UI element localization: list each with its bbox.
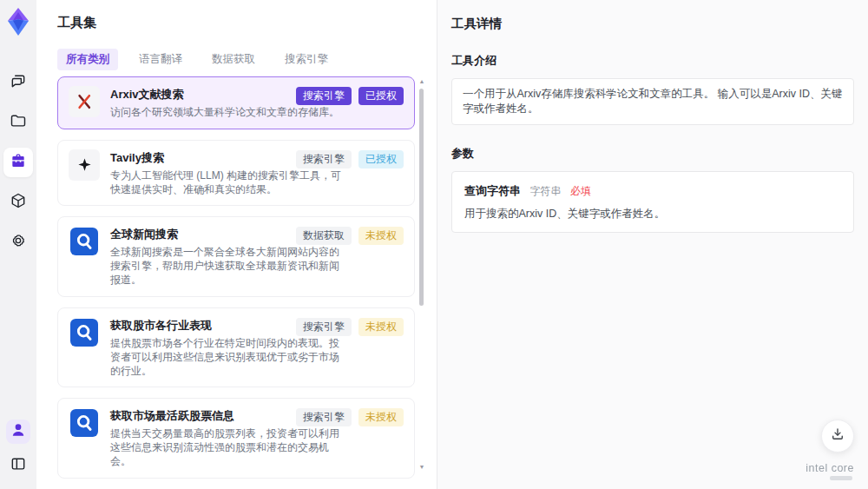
tool-intro-text: 一个用于从Arxiv存储库搜索科学论文和文章的工具。 输入可以是Arxiv ID… [451, 78, 854, 125]
tool-list-item[interactable]: 获取股市各行业表现 提供股票市场各个行业在特定时间段内的表现。投资者可以利用这些… [57, 307, 415, 387]
cube-icon [10, 192, 27, 213]
tool-status-badge: 未授权 [358, 408, 404, 426]
scrollbar-thumb[interactable] [419, 89, 424, 306]
tool-description: 提供当天交易量最高的股票列表，投资者可以利用这些信息来识别流动性强的股票和潜在的… [110, 427, 343, 468]
collapse-panel-icon [10, 455, 27, 476]
tool-list-item[interactable]: Arxiv文献搜索 访问各个研究领域大量科学论文和文章的存储库。 搜索引擎 已授… [57, 76, 415, 129]
tool-icon [69, 407, 100, 439]
tab-all-categories[interactable]: 所有类别 [57, 49, 118, 70]
intro-heading: 工具介绍 [451, 53, 854, 69]
tool-category-badge: 数据获取 [296, 227, 352, 245]
list-scrollbar[interactable]: ▲ ▼ [418, 76, 425, 478]
sidebar-nav [3, 68, 33, 257]
sidebar-item-settings[interactable] [3, 228, 33, 257]
tool-icon [69, 317, 100, 348]
tool-status-badge: 已授权 [358, 150, 404, 169]
tool-list-item[interactable]: 获取市场最活跃股票信息 提供当天交易量最高的股票列表，投资者可以利用这些信息来识… [57, 398, 415, 478]
detail-title: 工具详情 [451, 16, 854, 32]
page-title: 工具集 [57, 15, 96, 31]
gear-icon [10, 232, 27, 253]
tool-status-badge: 已授权 [358, 87, 404, 105]
tool-badges: 搜索引擎 未授权 [296, 318, 404, 336]
tool-badges: 搜索引擎 已授权 [296, 87, 404, 105]
user-icon [10, 421, 27, 442]
tool-list: Arxiv文献搜索 访问各个研究领域大量科学论文和文章的存储库。 搜索引擎 已授… [57, 76, 415, 489]
parameter-card: 查询字符串 字符串 必填 用于搜索的Arxiv ID、关键字或作者姓名。 [451, 171, 854, 233]
tool-category-badge: 搜索引擎 [296, 408, 352, 426]
brand-mark: intel core [806, 462, 854, 480]
parameter-header: 查询字符串 字符串 必填 [464, 182, 841, 199]
scroll-up-arrow-icon[interactable]: ▲ [418, 78, 425, 85]
collapse-sidebar-button[interactable] [3, 451, 33, 480]
sidebar-bottom [3, 420, 33, 480]
scroll-down-arrow-icon[interactable]: ▼ [418, 464, 425, 471]
tool-detail-panel: 工具详情 工具介绍 一个用于从Arxiv存储库搜索科学论文和文章的工具。 输入可… [437, 0, 868, 489]
tool-description: 提供股票市场各个行业在特定时间段内的表现。投资者可以利用这些信息来识别表现优于或… [110, 337, 343, 378]
tool-status-badge: 未授权 [358, 227, 404, 245]
left-sidebar [0, 0, 36, 489]
sidebar-item-models[interactable] [3, 188, 33, 217]
tool-list-panel: 工具集 所有类别 语言翻译 数据获取 搜索引擎 Arxiv文献搜索 访问各个研究… [36, 0, 437, 489]
tool-badges: 数据获取 未授权 [296, 227, 404, 245]
app-logo-icon[interactable] [5, 7, 31, 36]
brand-text: intel core [806, 462, 854, 474]
parameter-type: 字符串 [529, 185, 561, 197]
toolbox-icon [10, 152, 27, 173]
brand-subtext-bar [830, 476, 852, 480]
parameter-name: 查询字符串 [464, 184, 521, 197]
tool-icon [69, 226, 100, 257]
tool-badges: 搜索引擎 已授权 [296, 150, 404, 169]
tool-icon [69, 149, 100, 181]
tool-description: 专为人工智能代理 (LLM) 构建的搜索引擎工具，可快速提供实时、准确和真实的结… [110, 169, 343, 197]
params-heading: 参数 [451, 146, 854, 162]
user-avatar[interactable] [6, 420, 30, 444]
tab-language-translation[interactable]: 语言翻译 [130, 49, 191, 70]
sidebar-item-chat[interactable] [3, 68, 33, 97]
tool-list-item[interactable]: 全球新闻搜索 全球新闻搜索是一个聚合全球各大新闻网站内容的搜索引擎，帮助用户快速… [57, 216, 415, 296]
folder-icon [10, 112, 27, 133]
sidebar-item-tools[interactable] [3, 148, 33, 177]
download-button[interactable] [821, 420, 854, 453]
tool-category-badge: 搜索引擎 [296, 150, 352, 169]
sidebar-item-files[interactable] [3, 108, 33, 137]
tool-status-badge: 未授权 [358, 318, 404, 336]
tool-list-item[interactable]: Tavily搜索 专为人工智能代理 (LLM) 构建的搜索引擎工具，可快速提供实… [57, 140, 415, 207]
tab-search-engine[interactable]: 搜索引擎 [276, 49, 337, 70]
tab-data-fetching[interactable]: 数据获取 [203, 49, 264, 70]
parameter-required-badge: 必填 [570, 185, 591, 197]
parameter-description: 用于搜索的Arxiv ID、关键字或作者姓名。 [464, 207, 841, 221]
tool-badges: 搜索引擎 未授权 [296, 408, 404, 426]
category-tabs: 所有类别 语言翻译 数据获取 搜索引擎 [57, 49, 337, 70]
download-icon [830, 426, 845, 446]
tool-icon [69, 86, 100, 117]
tool-category-badge: 搜索引擎 [296, 318, 352, 336]
chat-icon [10, 72, 27, 93]
tool-category-badge: 搜索引擎 [296, 87, 352, 105]
tool-description: 全球新闻搜索是一个聚合全球各大新闻网站内容的搜索引擎，帮助用户快速获取全球最新资… [110, 246, 343, 287]
tool-description: 访问各个研究领域大量科学论文和文章的存储库。 [110, 106, 343, 120]
